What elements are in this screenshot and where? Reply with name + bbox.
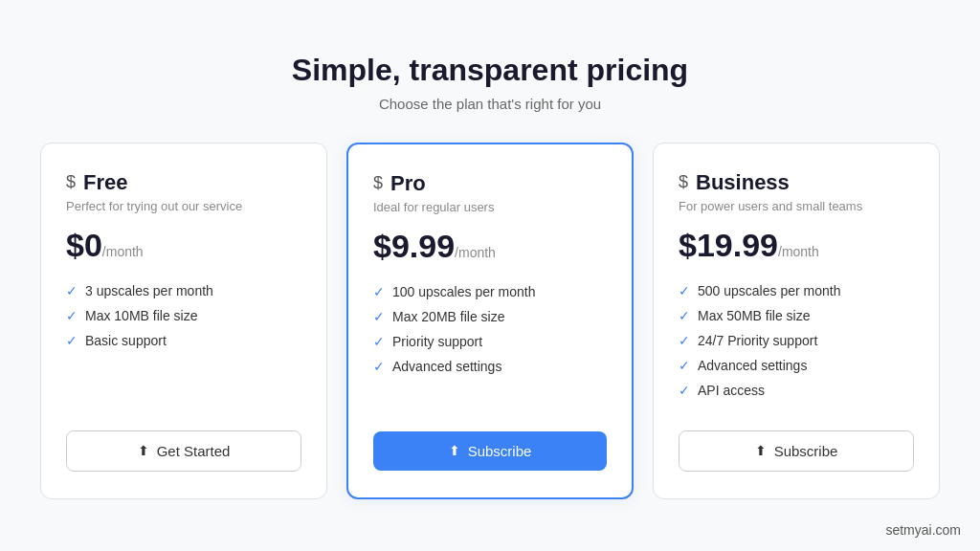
plan-name: Business [696,170,790,195]
feature-item: ✓ 24/7 Priority support [679,333,914,348]
feature-text: Max 50MB file size [698,308,810,323]
feature-text: Basic support [85,333,167,348]
check-icon: ✓ [373,284,385,299]
feature-item: ✓ API access [679,383,914,398]
dollar-icon: $ [679,172,688,192]
check-icon: ✓ [66,308,78,323]
check-icon: ✓ [373,334,385,349]
feature-text: Advanced settings [698,358,807,373]
feature-item: ✓ Max 50MB file size [679,308,914,323]
feature-item: ✓ Max 10MB file size [66,308,301,323]
plan-description: For power users and small teams [679,199,914,213]
plan-card-pro: $ Pro Ideal for regular users $9.99/mont… [346,143,634,499]
features-list: ✓ 500 upscales per month ✓ Max 50MB file… [679,283,914,408]
plan-description: Perfect for trying out our service [66,199,301,213]
upload-icon: ⬆ [138,443,149,458]
price-period: /month [455,245,496,260]
plan-button-pro[interactable]: ⬆ Subscribe [373,431,607,471]
price-amount: $19.99 [679,227,778,263]
page-subtitle: Choose the plan that's right for you [292,96,688,112]
feature-text: Priority support [392,334,482,349]
feature-text: 100 upscales per month [392,284,535,299]
feature-text: 3 upscales per month [85,283,213,298]
feature-text: API access [698,383,765,398]
check-icon: ✓ [679,358,690,373]
plan-description: Ideal for regular users [373,200,607,214]
feature-item: ✓ 500 upscales per month [679,283,914,298]
check-icon: ✓ [373,359,385,374]
plans-container: $ Free Perfect for trying out our servic… [31,143,949,499]
plan-price: $0/month [66,227,301,264]
page-title: Simple, transparent pricing [292,53,688,88]
plan-button-business[interactable]: ⬆ Subscribe [679,430,914,472]
feature-item: ✓ 3 upscales per month [66,283,301,298]
button-label: Get Started [157,443,231,459]
features-list: ✓ 3 upscales per month ✓ Max 10MB file s… [66,283,301,408]
plan-price: $19.99/month [679,227,914,264]
button-label: Subscribe [468,443,532,459]
feature-item: ✓ Priority support [373,334,607,349]
check-icon: ✓ [66,283,78,298]
check-icon: ✓ [679,308,690,323]
price-amount: $9.99 [373,228,455,264]
plan-card-free: $ Free Perfect for trying out our servic… [40,143,327,499]
feature-item: ✓ Basic support [66,333,301,348]
price-period: /month [778,244,819,259]
watermark: setmyai.com [885,522,961,538]
plan-name: Free [83,170,127,195]
price-period: /month [102,244,144,259]
upload-icon: ⬆ [449,443,460,458]
feature-text: 500 upscales per month [698,283,840,298]
check-icon: ✓ [679,333,690,348]
price-amount: $0 [66,227,102,263]
plan-price: $9.99/month [373,228,607,265]
feature-text: Max 10MB file size [85,308,197,323]
check-icon: ✓ [679,383,690,398]
feature-item: ✓ Advanced settings [679,358,914,373]
dollar-icon: $ [66,172,76,192]
dollar-icon: $ [373,173,383,193]
feature-text: Advanced settings [392,359,501,374]
feature-item: ✓ 100 upscales per month [373,284,607,299]
plan-card-business: $ Business For power users and small tea… [653,143,940,499]
plan-header: $ Pro [373,171,607,196]
page-header: Simple, transparent pricing Choose the p… [292,53,688,112]
check-icon: ✓ [679,283,690,298]
check-icon: ✓ [373,309,385,324]
plan-header: $ Free [66,170,301,195]
feature-item: ✓ Max 20MB file size [373,309,607,324]
upload-icon: ⬆ [755,443,767,458]
features-list: ✓ 100 upscales per month ✓ Max 20MB file… [373,284,607,408]
button-label: Subscribe [774,443,838,459]
feature-text: 24/7 Priority support [698,333,817,348]
plan-header: $ Business [679,170,914,195]
plan-button-free[interactable]: ⬆ Get Started [66,430,301,472]
feature-text: Max 20MB file size [392,309,504,324]
plan-name: Pro [390,171,426,196]
feature-item: ✓ Advanced settings [373,359,607,374]
check-icon: ✓ [66,333,78,348]
